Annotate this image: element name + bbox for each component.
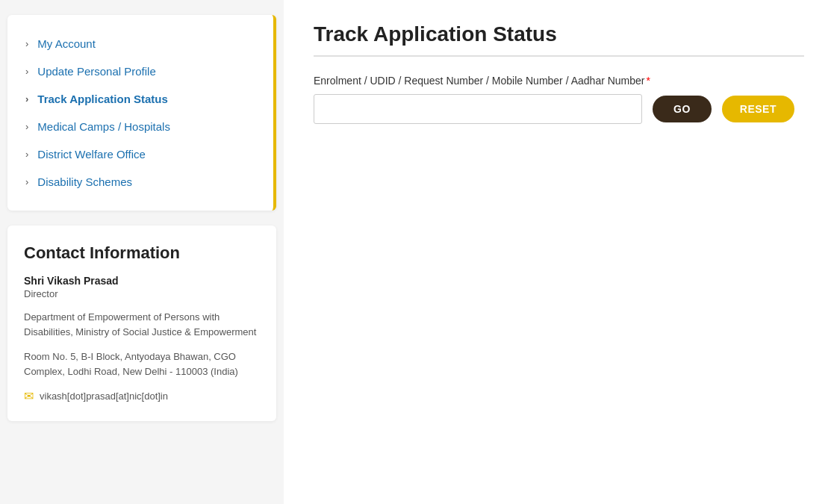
sidebar-nav-item[interactable]: ›Update Personal Profile	[7, 57, 273, 85]
form-row: GO RESET	[314, 94, 804, 124]
sidebar-nav-item[interactable]: ›My Account	[7, 30, 273, 57]
nav-item-label: Update Personal Profile	[37, 65, 155, 78]
application-search-input[interactable]	[314, 94, 642, 124]
contact-email: vikash[dot]prasad[at]nic[dot]in	[40, 391, 168, 402]
required-indicator: *	[647, 75, 650, 87]
contact-department: Department of Empowerment of Persons wit…	[24, 310, 260, 339]
main-content: Track Application Status Enrolment / UDI…	[284, 0, 834, 504]
sidebar-nav-item[interactable]: ›Medical Camps / Hospitals	[7, 113, 273, 140]
page-title: Track Application Status	[314, 22, 804, 57]
chevron-right-icon: ›	[25, 149, 28, 160]
contact-heading: Contact Information	[24, 243, 260, 263]
sidebar-nav-item[interactable]: ›Disability Schemes	[7, 168, 273, 196]
reset-button[interactable]: RESET	[722, 96, 794, 122]
chevron-right-icon: ›	[25, 176, 28, 187]
contact-email-row: ✉ vikash[dot]prasad[at]nic[dot]in	[24, 389, 260, 403]
nav-item-label: District Welfare Office	[37, 148, 145, 161]
go-button[interactable]: GO	[653, 96, 712, 122]
chevron-right-icon: ›	[25, 38, 28, 49]
sidebar-nav-item[interactable]: ›Track Application Status	[7, 85, 273, 113]
nav-item-label: Disability Schemes	[37, 175, 132, 188]
nav-item-label: My Account	[37, 37, 96, 50]
chevron-right-icon: ›	[25, 93, 28, 105]
sidebar-nav-item[interactable]: ›District Welfare Office	[7, 140, 273, 168]
chevron-right-icon: ›	[25, 121, 28, 132]
form-label: Enrolment / UDID / Request Number / Mobi…	[314, 75, 804, 87]
email-icon: ✉	[24, 389, 34, 403]
contact-title: Director	[24, 288, 260, 299]
contact-card: Contact Information Shri Vikash Prasad D…	[7, 225, 276, 421]
nav-item-label: Medical Camps / Hospitals	[37, 120, 170, 133]
nav-card: ›My Account›Update Personal Profile›Trac…	[7, 15, 276, 211]
sidebar: ›My Account›Update Personal Profile›Trac…	[0, 0, 284, 504]
contact-address: Room No. 5, B-I Block, Antyodaya Bhawan,…	[24, 349, 260, 379]
chevron-right-icon: ›	[25, 66, 28, 77]
nav-item-label: Track Application Status	[37, 93, 168, 105]
contact-name: Shri Vikash Prasad	[24, 275, 260, 287]
